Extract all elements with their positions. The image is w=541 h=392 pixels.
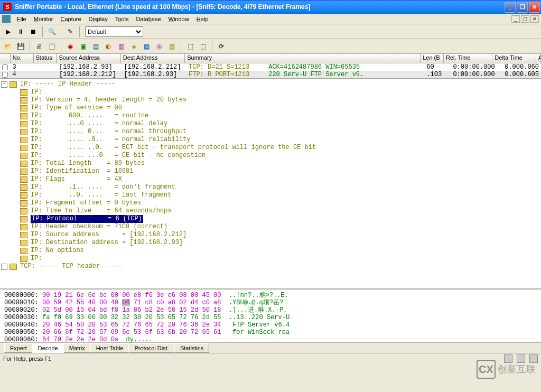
decode-text: IP: Source address = [192.168.2.212] [31, 231, 186, 239]
tab-host-table[interactable]: Host Table [90, 343, 129, 353]
decode-line[interactable]: IP: .... ...0 = CE bit - no congestion [1, 152, 540, 160]
decode-pane[interactable]: -IP: ----- IP Header -----IP:IP: Version… [0, 78, 541, 290]
decode-line[interactable]: IP: Identification = 16981 [1, 167, 540, 175]
open-button[interactable]: 📂 [2, 41, 14, 52]
binoculars-button[interactable]: 🔍 [46, 26, 58, 38]
col-no[interactable]: No. [11, 54, 34, 63]
decode-line[interactable]: IP: [1, 88, 540, 96]
decode-line[interactable]: IP: Protocol = 6 (TCP) [1, 215, 540, 223]
frame-checkbox[interactable] [2, 64, 8, 70]
decode-line[interactable]: -TCP: ----- TCP header ----- [1, 263, 540, 270]
col-rel[interactable]: Rel. Time [444, 54, 492, 63]
monitor1-icon[interactable]: ▣ [77, 41, 89, 52]
decode-text: IP: Flags = 4X [31, 175, 122, 183]
hex-row[interactable]: 00000040: 20 46 54 50 20 53 65 72 76 65 … [4, 321, 537, 329]
menu-database[interactable]: Database [133, 15, 164, 23]
decode-line[interactable]: IP: Source address = [192.168.2.212] [1, 231, 540, 239]
decode-line[interactable]: IP: [1, 255, 540, 263]
hex-pane[interactable]: 00000000: 00 19 21 6e 6e bc 00 00 e8 f6 … [0, 290, 541, 342]
col-summary[interactable]: Summary [185, 54, 421, 63]
copy-button[interactable]: 📋 [46, 41, 58, 52]
menu-capture[interactable]: Capture [57, 15, 84, 23]
dashboard-icon[interactable]: ◉ [64, 41, 76, 52]
hosts-icon[interactable]: ▦ [141, 41, 152, 52]
decode-text: TCP: ----- TCP header ----- [20, 263, 123, 270]
decode-line[interactable]: IP: ...0 .... = normal delay [1, 120, 540, 128]
menu-window[interactable]: Window [165, 15, 192, 23]
decode-line[interactable]: -IP: ----- IP Header ----- [1, 80, 540, 88]
tab-statistics[interactable]: Statistics [174, 343, 209, 353]
stop-button[interactable]: ⏹ [27, 26, 39, 38]
monitor3-icon[interactable]: ◐ [102, 41, 114, 52]
decode-text: IP: Header checksum = 71C8 (correct) [31, 223, 167, 231]
tab-expert[interactable]: Expert [4, 343, 33, 353]
decode-line[interactable]: IP: Fragment offset = 0 bytes [1, 199, 540, 207]
close-button[interactable]: ✕ [529, 2, 540, 13]
decode-line[interactable]: IP: No options [1, 247, 540, 255]
save-button[interactable]: 💾 [15, 41, 26, 52]
col-abs[interactable]: Abs. Time [536, 54, 541, 63]
hex-row[interactable]: 00000020: 02 5d 00 15 04 bd f8 1a 86 b2 … [4, 306, 537, 314]
hex-row[interactable]: 00000030: fa f0 69 33 00 00 32 32 30 20 … [4, 314, 537, 321]
folder-icon [20, 89, 27, 96]
status-text: For Help, press F1 [3, 356, 51, 362]
frame-row[interactable]: 3 [192.168.2.93] [192.168.2.212] TCP: D=… [0, 63, 541, 71]
refresh-icon[interactable]: ⟳ [216, 41, 227, 52]
col-dest[interactable]: Dest Address [121, 54, 185, 63]
tree-toggle-icon[interactable]: - [1, 264, 7, 270]
decode-line[interactable]: IP: .... 0... = normal throughput [1, 128, 540, 136]
decode-line[interactable]: IP: 000. .... = routine [1, 112, 540, 120]
frame-checkbox[interactable] [2, 72, 8, 78]
protocol-icon[interactable]: ◎ [153, 41, 165, 52]
hex-row[interactable]: 00000050: 20 66 6f 72 20 57 69 6e 53 6f … [4, 329, 537, 336]
frame-list[interactable]: 3 [192.168.2.93] [192.168.2.212] TCP: D=… [0, 63, 541, 78]
menu-display[interactable]: Display [86, 15, 111, 23]
folder-icon [20, 184, 27, 191]
mdi-minimize-button[interactable]: _ [511, 15, 520, 23]
window-titlebar: S Sniffer Portable - Local, Ethernet (Li… [0, 0, 541, 14]
menu-tools[interactable]: Tools [112, 15, 132, 23]
folder-icon [20, 224, 27, 230]
tab-protocol-dist-[interactable]: Protocol Dist. [128, 343, 174, 353]
decode-line[interactable]: IP: .... ..0. = ECT bit - transport prot… [1, 144, 540, 152]
tree-toggle-icon[interactable]: - [1, 81, 7, 88]
tab-decode[interactable]: Decode [32, 343, 64, 353]
play-button[interactable]: ▶ [2, 26, 14, 38]
minimize-button[interactable]: _ [505, 2, 516, 13]
print-button[interactable]: 🖨 [33, 41, 45, 52]
maximize-button[interactable]: ❐ [517, 2, 528, 13]
tool-a-icon[interactable]: ⬚ [184, 41, 196, 52]
tab-matrix[interactable]: Matrix [63, 343, 91, 353]
col-delta[interactable]: Delta Time [492, 54, 536, 63]
decode-line[interactable]: IP: Total length = 89 bytes [1, 160, 540, 167]
wand-button[interactable]: ✎ [64, 26, 76, 38]
decode-line[interactable]: IP: Destination address = [192.168.2.93] [1, 239, 540, 247]
monitor4-icon[interactable]: ▥ [115, 41, 127, 52]
pause-button[interactable]: ⏸ [15, 26, 26, 38]
hex-row[interactable]: 00000000: 00 19 21 6e 6e bc 00 00 e8 f6 … [4, 292, 537, 299]
tool-b-icon[interactable]: ⬚ [197, 41, 209, 52]
menu-monitor[interactable]: Monitor [31, 15, 57, 23]
stats-icon[interactable]: ▧ [166, 41, 178, 52]
col-status[interactable]: Status [34, 54, 57, 63]
mdi-close-button[interactable]: ✕ [530, 15, 539, 23]
mdi-restore-button[interactable]: ❐ [521, 15, 529, 23]
decode-text: IP: .1.. .... = don't fragment [31, 183, 175, 191]
decode-line[interactable]: IP: ..0. .... = last fragment [1, 191, 540, 199]
filter-select[interactable]: Default [85, 26, 143, 37]
monitor2-icon[interactable]: ▤ [90, 41, 101, 52]
decode-line[interactable]: IP: .... .0.. = normal reliability [1, 136, 540, 144]
decode-line[interactable]: IP: Type of service = 00 [1, 104, 540, 112]
decode-line[interactable]: IP: .1.. .... = don't fragment [1, 183, 540, 191]
hex-row[interactable]: 00000010: 00 59 42 55 40 00 40 06 71 c8 … [4, 299, 537, 306]
menu-help[interactable]: Help [193, 15, 212, 23]
col-len[interactable]: Len (B [421, 54, 444, 63]
col-src[interactable]: Source Address [57, 54, 120, 63]
decode-line[interactable]: IP: Flags = 4X [1, 175, 540, 183]
decode-line[interactable]: IP: Header checksum = 71C8 (correct) [1, 223, 540, 231]
decode-line[interactable]: IP: Time to live = 64 seconds/hops [1, 207, 540, 215]
decode-line[interactable]: IP: Version = 4, header length = 20 byte… [1, 96, 540, 104]
matrix-icon[interactable]: ◈ [128, 41, 139, 52]
menu-file[interactable]: File [14, 15, 30, 23]
frame-row[interactable]: 4 [192.168.2.212] [192.168.2.93] FTP: R … [0, 71, 541, 78]
